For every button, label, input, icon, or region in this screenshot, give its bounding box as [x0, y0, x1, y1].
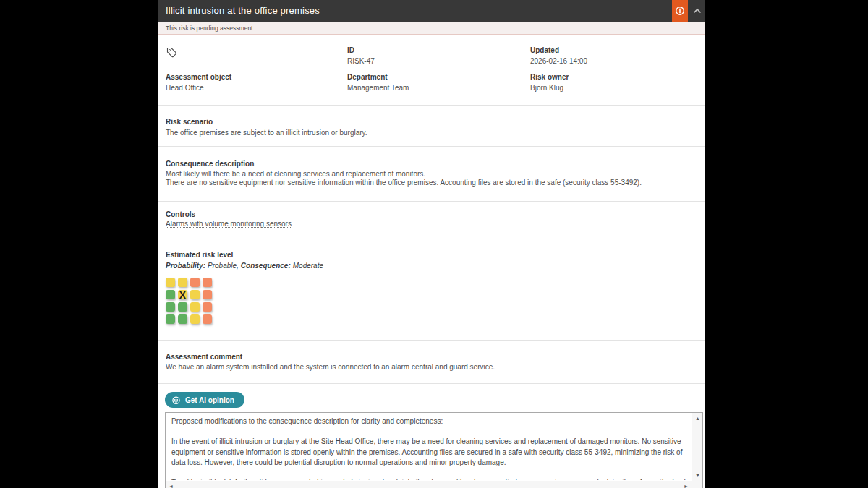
updated-label: Updated [530, 46, 559, 54]
consequence-value: Moderate [293, 262, 323, 270]
id-label: ID [347, 46, 354, 54]
id-value: RISK-47 [347, 57, 375, 65]
matrix-cell[interactable] [166, 290, 175, 299]
matrix-cell[interactable] [190, 314, 200, 324]
matrix-cell[interactable] [178, 278, 187, 287]
assessment-object-label: Assessment object [166, 73, 231, 81]
collapse-button[interactable] [689, 0, 705, 22]
updated-value: 2026-02-16 14:00 [530, 57, 587, 65]
matrix-cell[interactable]: X [178, 290, 187, 299]
consequence-description-label: Consequence description [166, 160, 254, 168]
probability-label: Probability: [166, 262, 205, 270]
risk-scenario-section: Risk scenario The office premises are su… [158, 106, 705, 147]
banner-text: This risk is pending assessment [166, 25, 252, 32]
estimated-risk-label: Estimated risk level [166, 251, 233, 259]
matrix-cell[interactable] [203, 278, 212, 287]
controls-link[interactable]: Alarms with volume monitoring sensors [166, 220, 292, 228]
matrix-cell[interactable] [166, 278, 175, 287]
matrix-cell[interactable] [203, 314, 212, 324]
ai-opinion-text: Proposed modifications to the consequenc… [166, 413, 692, 480]
scroll-right-icon[interactable]: ► [684, 484, 689, 488]
risk-scenario-text: The office premises are subject to an il… [166, 129, 367, 137]
matrix-cell[interactable] [178, 314, 187, 324]
details-section: ID RISK-47 Updated 2026-02-16 14:00 Asse… [158, 35, 705, 106]
matrix-cell[interactable] [190, 290, 200, 299]
scrollbar-corner [692, 481, 702, 488]
alert-button[interactable] [672, 0, 688, 22]
horizontal-scrollbar[interactable]: ◄ ► [166, 481, 692, 488]
robot-icon [171, 395, 181, 405]
assessment-comment-section: Assessment comment We have an alarm syst… [158, 341, 705, 384]
pending-assessment-banner: This risk is pending assessment [158, 22, 705, 35]
risk-scenario-label: Risk scenario [166, 118, 213, 126]
panel-header: Illicit intrusion at the office premises [158, 0, 705, 22]
get-ai-opinion-label: Get AI opinion [185, 396, 234, 404]
consequence-description-line1: Most likely will there be a need of clea… [166, 170, 425, 178]
consequence-description-line2: There are no sensitive equipment nor sen… [166, 179, 642, 187]
consequence-description-section: Consequence description Most likely will… [158, 147, 705, 202]
risk-owner-label: Risk owner [530, 73, 569, 81]
chevron-up-icon [693, 8, 702, 14]
risk-detail-panel: Illicit intrusion at the office premises… [158, 0, 705, 488]
assessment-object-value: Head Office [166, 84, 204, 92]
controls-label: Controls [166, 210, 195, 218]
get-ai-opinion-button[interactable]: Get AI opinion [165, 392, 244, 408]
risk-owner-value: Björn Klug [530, 84, 563, 92]
matrix-cell[interactable] [190, 278, 200, 287]
assessment-comment-text: We have an alarm system installed and th… [166, 363, 495, 371]
estimated-risk-section: Estimated risk level Probability:Probabl… [158, 241, 705, 341]
ai-opinion-textarea[interactable]: Proposed modifications to the consequenc… [165, 412, 703, 488]
scroll-up-icon[interactable]: ▲ [695, 416, 700, 421]
ai-opinion-section: Get AI opinion Proposed modifications to… [158, 384, 705, 488]
tag-icon [166, 47, 177, 58]
matrix-cell[interactable] [166, 314, 175, 324]
vertical-scrollbar[interactable]: ▲ ▼ [692, 413, 702, 481]
assessment-comment-label: Assessment comment [166, 353, 242, 361]
matrix-cell[interactable] [178, 302, 187, 312]
page-title: Illicit intrusion at the office premises [166, 0, 320, 22]
scroll-down-icon[interactable]: ▼ [695, 473, 700, 478]
department-value: Management Team [347, 84, 409, 92]
alert-circle-icon [675, 6, 685, 16]
matrix-cell[interactable] [203, 290, 212, 299]
matrix-cell[interactable] [190, 302, 200, 312]
probability-value: Probable, [208, 262, 239, 270]
matrix-cell[interactable] [203, 302, 212, 312]
controls-section: Controls Alarms with volume monitoring s… [158, 202, 705, 241]
risk-matrix[interactable]: X [166, 278, 212, 324]
department-label: Department [347, 73, 388, 81]
consequence-label: Consequence: [241, 262, 291, 270]
probability-consequence-line: Probability:Probable,Consequence:Moderat… [166, 262, 326, 270]
matrix-cell[interactable] [166, 302, 175, 312]
scroll-left-icon[interactable]: ◄ [169, 484, 174, 488]
